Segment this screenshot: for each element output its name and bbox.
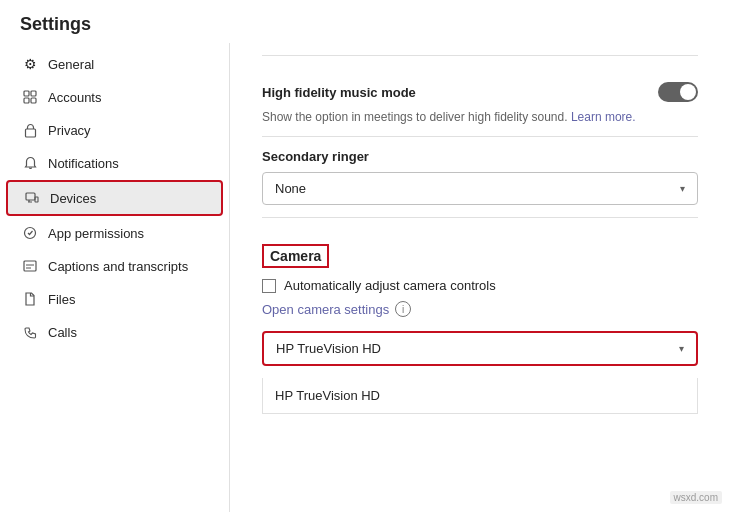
sidebar-item-calls[interactable]: Calls [6,316,223,348]
toggle-knob [680,84,696,100]
sidebar-item-privacy[interactable]: Privacy [6,114,223,146]
devices-icon [24,190,40,206]
watermark: wsxd.com [670,491,722,504]
sidebar-label-files: Files [48,292,75,307]
high-fidelity-desc-text: Show the option in meetings to deliver h… [262,110,568,124]
camera-divider [262,217,698,218]
high-fidelity-label: High fidelity music mode [262,85,416,100]
svg-rect-2 [24,98,29,103]
info-icon[interactable]: i [395,301,411,317]
secondary-ringer-arrow: ▾ [680,183,685,194]
app-permissions-icon [22,225,38,241]
sidebar-item-notifications[interactable]: Notifications [6,147,223,179]
sidebar-label-accounts: Accounts [48,90,101,105]
auto-adjust-row: Automatically adjust camera controls [262,278,698,293]
high-fidelity-row: High fidelity music mode [262,68,698,110]
sidebar-label-notifications: Notifications [48,156,119,171]
svg-rect-8 [24,261,36,271]
general-icon: ⚙ [22,56,38,72]
learn-more-link[interactable]: Learn more. [571,110,636,124]
svg-rect-6 [35,197,38,202]
sidebar-item-app-permissions[interactable]: App permissions [6,217,223,249]
sidebar-item-accounts[interactable]: Accounts [6,81,223,113]
main-content: High fidelity music mode Show the option… [230,43,730,512]
sidebar: ⚙ General Accounts Privacy [0,43,230,512]
settings-title: Settings [0,0,730,43]
camera-dropdown-arrow: ▾ [679,343,684,354]
svg-rect-1 [31,91,36,96]
high-fidelity-desc: Show the option in meetings to deliver h… [262,110,698,124]
sidebar-label-app-permissions: App permissions [48,226,144,241]
sidebar-label-captions: Captions and transcripts [48,259,188,274]
high-fidelity-toggle[interactable] [658,82,698,102]
accounts-icon [22,89,38,105]
calls-icon [22,324,38,340]
camera-section-header: Camera [262,244,329,268]
captions-icon [22,258,38,274]
sidebar-item-files[interactable]: Files [6,283,223,315]
secondary-ringer-value: None [275,181,306,196]
files-icon [22,291,38,307]
secondary-ringer-label: Secondary ringer [262,149,698,164]
top-divider [262,55,698,56]
camera-dropdown[interactable]: HP TrueVision HD ▾ [262,331,698,366]
sidebar-label-privacy: Privacy [48,123,91,138]
mid-divider [262,136,698,137]
svg-rect-3 [31,98,36,103]
secondary-ringer-dropdown[interactable]: None ▾ [262,172,698,205]
auto-adjust-checkbox[interactable] [262,279,276,293]
notifications-icon [22,155,38,171]
sidebar-label-devices: Devices [50,191,96,206]
open-camera-link[interactable]: Open camera settings [262,302,389,317]
svg-rect-5 [26,193,35,200]
camera-option-1[interactable]: HP TrueVision HD [262,378,698,414]
sidebar-item-general[interactable]: ⚙ General [6,48,223,80]
sidebar-label-general: General [48,57,94,72]
privacy-icon [22,122,38,138]
svg-rect-0 [24,91,29,96]
open-camera-row: Open camera settings i [262,301,698,317]
sidebar-item-captions[interactable]: Captions and transcripts [6,250,223,282]
sidebar-item-devices[interactable]: Devices [6,180,223,216]
auto-adjust-label: Automatically adjust camera controls [284,278,496,293]
camera-dropdown-value: HP TrueVision HD [276,341,381,356]
svg-rect-4 [25,129,35,137]
sidebar-label-calls: Calls [48,325,77,340]
